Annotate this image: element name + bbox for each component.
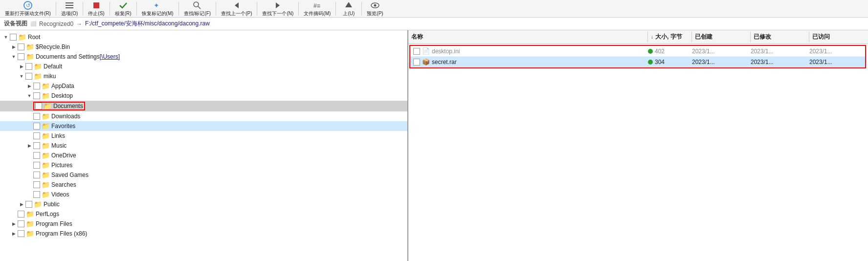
toolbar-file-hash[interactable]: #≡ 文件摘码(M) — [301, 0, 334, 18]
svg-point-7 — [194, 2, 199, 7]
checkbox-music[interactable] — [33, 142, 40, 149]
tree-node-root[interactable]: ▼ 📁 Root — [0, 32, 407, 42]
checkbox-secret-rar[interactable] — [413, 59, 420, 65]
toolbar-divider-9 — [335, 2, 336, 16]
svg-marker-9 — [235, 2, 239, 8]
address-icon: ⬜ — [30, 21, 36, 26]
toolbar-restore-marked-label: 恢复标记的(M) — [142, 10, 174, 17]
checkbox-programfiles[interactable] — [18, 220, 24, 227]
file-row-secret-rar[interactable]: 📦 secret.rar 304 2023/1... 2023/1... 202… — [410, 57, 865, 67]
svg-text:#≡: #≡ — [313, 2, 320, 9]
tree-node-desktop[interactable]: ▼ 📁 Desktop — [0, 91, 407, 101]
expander-default[interactable]: ▶ — [18, 63, 25, 70]
checkbox-public[interactable] — [25, 201, 32, 208]
tree-node-videos[interactable]: ▶ 📁 Videos — [0, 190, 407, 199]
expander-programfilesx86[interactable]: ▶ — [10, 230, 18, 238]
toolbar-verify[interactable]: 核复(R) — [112, 0, 134, 18]
tree-node-savedgames[interactable]: ▶ 📁 Saved Games — [0, 170, 407, 180]
toolbar-preview[interactable]: 预览(P) — [364, 0, 386, 18]
folder-icon-downloads: 📁 — [41, 112, 50, 120]
address-arrow-1: → — [76, 21, 82, 27]
file-created-desktop-ini: 2023/1... — [692, 48, 715, 55]
checkbox-root[interactable] — [10, 34, 17, 41]
checkbox-searches[interactable] — [33, 181, 40, 188]
file-name-secret-rar: secret.rar — [432, 59, 457, 65]
tree-label-recycle: $Recycle.Bin — [36, 44, 70, 50]
toolbar-options[interactable]: 选项(O) — [58, 0, 81, 18]
tree-node-downloads[interactable]: ▶ 📁 Downloads — [0, 111, 407, 121]
checkbox-appdata[interactable] — [33, 83, 40, 89]
tree-label-appdata: AppData — [51, 83, 74, 89]
toolbar-find-next[interactable]: 查找下一个(N) — [259, 0, 296, 18]
expander-recycle[interactable]: ▶ — [10, 43, 18, 51]
toolbar-divider-4 — [136, 2, 137, 16]
header-created[interactable]: 已创建 — [692, 32, 751, 42]
tree-node-music[interactable]: ▶ 📁 Music — [0, 141, 407, 151]
expander-miku[interactable]: ▼ — [18, 72, 25, 80]
toolbar-find-prev[interactable]: 查找上一个(P) — [218, 0, 255, 18]
checkbox-docsettings[interactable] — [18, 53, 24, 60]
tree-label-default: Default — [44, 63, 62, 70]
checkbox-miku[interactable] — [25, 73, 32, 80]
tree-node-programfilesx86[interactable]: ▶ 📁 Program Files (x86) — [0, 229, 407, 239]
tree-node-docsettings[interactable]: ▼ 📁 Documents and Settings [\Users] — [0, 52, 407, 62]
header-name[interactable]: 名称 — [408, 32, 648, 42]
expander-docsettings[interactable]: ▼ — [10, 53, 18, 61]
tree-node-onedrive[interactable]: ▶ 📁 OneDrive — [0, 151, 407, 160]
tree-panel[interactable]: ▼ 📁 Root ▶ 📁 $Recycle.Bin ▼ 📁 Documents … — [0, 30, 408, 261]
checkbox-links[interactable] — [33, 132, 40, 139]
checkbox-savedgames[interactable] — [33, 172, 40, 178]
svg-rect-3 — [66, 5, 73, 6]
tree-label-miku: miku — [44, 73, 56, 80]
header-modified[interactable]: 已修改 — [751, 32, 809, 42]
tree-node-favorites[interactable]: ▶ 📁 Favorites — [0, 121, 407, 131]
checkbox-default[interactable] — [25, 63, 32, 70]
toolbar-divider-10 — [361, 2, 362, 16]
tree-node-recycle[interactable]: ▶ 📁 $Recycle.Bin — [0, 42, 407, 52]
checkbox-recycle[interactable] — [18, 44, 24, 50]
tree-node-pictures[interactable]: ▶ 📁 Pictures — [0, 160, 407, 170]
tree-label-documents: Documents — [53, 103, 83, 109]
checkbox-favorites[interactable] — [33, 123, 40, 130]
svg-text:↺: ↺ — [25, 2, 30, 8]
tree-node-miku[interactable]: ▼ 📁 miku — [0, 71, 407, 81]
folder-icon-music: 📁 — [41, 142, 50, 150]
checkbox-onedrive[interactable] — [33, 152, 40, 159]
device-view-label: 设备视图 — [4, 20, 27, 28]
checkbox-documents[interactable] — [35, 103, 42, 109]
toolbar-up[interactable]: 上(U) — [338, 0, 359, 18]
tree-label-pictures: Pictures — [51, 162, 72, 169]
expander-desktop[interactable]: ▼ — [25, 92, 33, 100]
tree-node-programfiles[interactable]: ▶ 📁 Program Files — [0, 219, 407, 229]
checkbox-desktop-ini[interactable] — [413, 48, 420, 55]
checkbox-perflogs[interactable] — [18, 211, 24, 218]
checkbox-videos[interactable] — [33, 191, 40, 198]
checkbox-desktop[interactable] — [33, 92, 40, 99]
expander-appdata[interactable]: ▶ — [25, 82, 33, 90]
tree-node-links[interactable]: ▶ 📁 Links — [0, 131, 407, 141]
expander-music[interactable]: ▶ — [25, 142, 33, 150]
svg-marker-12 — [345, 2, 352, 7]
toolbar-find-mark[interactable]: 查找/标记(F) — [181, 0, 214, 18]
checkbox-pictures[interactable] — [33, 162, 40, 169]
tree-node-default[interactable]: ▶ 📁 Default — [0, 62, 407, 71]
expander-programfiles[interactable]: ▶ — [10, 220, 18, 228]
tree-node-searches[interactable]: ▶ 📁 Searches — [0, 180, 407, 190]
tree-node-perflogs[interactable]: ▶ 📁 PerfLogs — [0, 209, 407, 219]
file-row-desktop-ini[interactable]: 📄 desktop.ini 402 2023/1... 2023/1... 20… — [410, 46, 865, 57]
restore-marked-icon: ✦ — [153, 0, 162, 10]
expander-root[interactable]: ▼ — [2, 33, 10, 41]
tree-label-downloads: Downloads — [51, 113, 80, 120]
tree-node-public[interactable]: ▶ 📁 Public — [0, 199, 407, 209]
checkbox-downloads[interactable] — [33, 113, 40, 120]
header-accessed[interactable]: 已访问 — [809, 32, 868, 42]
expander-public[interactable]: ▶ — [18, 200, 25, 208]
toolbar-reopen[interactable]: ↺ 重新打开驱动文件(R) — [2, 0, 54, 18]
tree-node-appdata[interactable]: ▶ 📁 AppData — [0, 81, 407, 91]
checkbox-programfilesx86[interactable] — [18, 230, 24, 237]
header-size[interactable]: ↓ 大小, 字节 — [648, 32, 692, 42]
tree-node-documents[interactable]: ▶ 📁 Documents — [0, 101, 407, 111]
toolbar-restore-marked[interactable]: ✦ 恢复标记的(M) — [139, 0, 177, 18]
toolbar-stop[interactable]: 停止(S) — [85, 0, 107, 18]
tree-label-perflogs: PerfLogs — [36, 211, 59, 218]
